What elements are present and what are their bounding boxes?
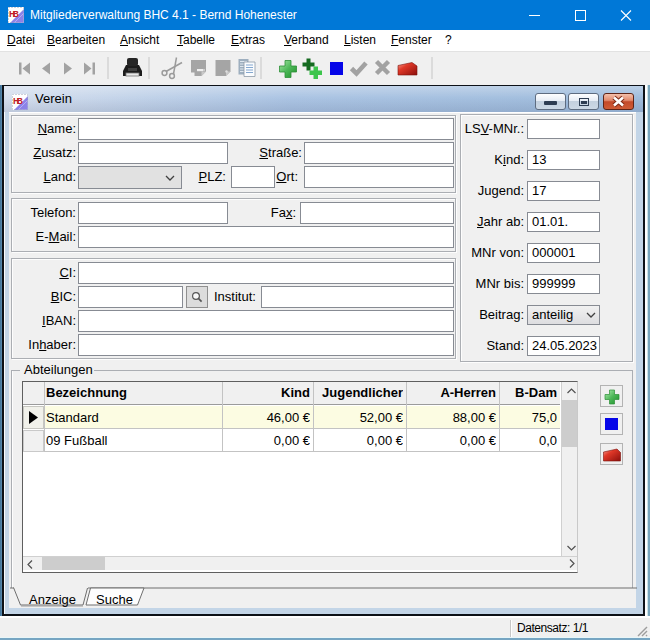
svg-text:HB: HB [13,96,24,106]
svg-text:HB: HB [9,9,20,19]
